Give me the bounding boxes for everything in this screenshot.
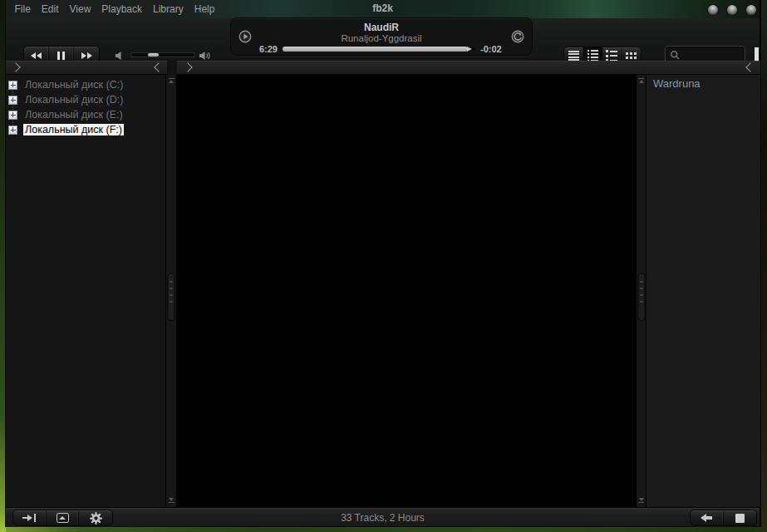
track-title: NaudiR bbox=[264, 22, 499, 33]
back-button[interactable] bbox=[691, 510, 724, 525]
menu-playback[interactable]: Playback bbox=[96, 3, 148, 15]
menu-file[interactable]: File bbox=[9, 3, 36, 15]
wallpaper-right-strip bbox=[760, 0, 767, 532]
status-summary: 33 Tracks, 2 Hours bbox=[6, 512, 760, 524]
tree-item-label[interactable]: Локальный диск (F:) bbox=[23, 124, 124, 135]
back-arrow-icon bbox=[701, 514, 712, 522]
playlist-view[interactable] bbox=[177, 75, 636, 507]
stop-icon bbox=[735, 514, 745, 523]
window-controls bbox=[708, 5, 756, 15]
menubar: File Edit View Playback Library Help bbox=[9, 0, 220, 18]
menu-help[interactable]: Help bbox=[189, 3, 220, 15]
scroll-down-icon[interactable] bbox=[166, 498, 176, 503]
next-icon bbox=[81, 52, 92, 59]
wallpaper-left-strip bbox=[0, 0, 6, 532]
grid-view-icon bbox=[626, 52, 637, 59]
chevron-left-icon[interactable] bbox=[745, 62, 755, 71]
track-subtitle: Runaljod-Yggdrasil bbox=[264, 33, 499, 43]
tree-item-label[interactable]: Локальный диск (D:) bbox=[23, 94, 125, 106]
stop-button[interactable] bbox=[724, 510, 757, 525]
tree-item-label[interactable]: Локальный диск (E:) bbox=[23, 109, 125, 121]
list-view-icon bbox=[568, 51, 579, 62]
splitter-grip[interactable] bbox=[637, 273, 645, 321]
seek-thumb[interactable] bbox=[467, 47, 472, 52]
expand-plus-icon[interactable] bbox=[8, 126, 17, 135]
status-bar: 33 Tracks, 2 Hours bbox=[6, 507, 760, 526]
tree-row[interactable]: Локальный диск (E:) bbox=[6, 107, 165, 122]
elapsed-time: 6:29 bbox=[249, 44, 278, 54]
artist-list-item[interactable]: Wardruna bbox=[647, 75, 760, 92]
folder-tree-panel: Локальный диск (C:) Локальный диск (D:) … bbox=[6, 75, 165, 507]
chevron-right-icon[interactable] bbox=[183, 62, 192, 71]
seek-fill bbox=[283, 47, 468, 52]
menu-view[interactable]: View bbox=[64, 3, 96, 15]
scroll-up-icon[interactable] bbox=[637, 78, 646, 83]
tree-item-label[interactable]: Локальный диск (C:) bbox=[23, 79, 125, 91]
maximize-button[interactable] bbox=[727, 5, 737, 15]
chevron-right-icon[interactable] bbox=[11, 62, 20, 71]
tree-row[interactable]: Локальный диск (C:) bbox=[6, 77, 165, 92]
pause-icon bbox=[57, 52, 65, 60]
wallpaper-bottom-strip bbox=[6, 525, 760, 532]
volume-slider[interactable] bbox=[130, 52, 195, 57]
scroll-down-icon[interactable] bbox=[637, 498, 646, 503]
menu-library[interactable]: Library bbox=[148, 3, 189, 15]
chevron-left-icon[interactable] bbox=[154, 62, 163, 71]
expand-plus-icon[interactable] bbox=[8, 96, 17, 105]
toolbar: NaudiR Runaljod-Yggdrasil 6:29 -0 bbox=[6, 18, 760, 61]
tree-row[interactable]: Локальный диск (F:) bbox=[6, 122, 165, 137]
expand-plus-icon[interactable] bbox=[8, 81, 17, 90]
search-icon bbox=[670, 50, 681, 61]
seek-bar[interactable] bbox=[283, 47, 475, 52]
artist-panel: Wardruna bbox=[647, 75, 760, 507]
desktop: File Edit View Playback Library Help fb2… bbox=[0, 0, 767, 532]
titlebar: File Edit View Playback Library Help fb2… bbox=[6, 0, 760, 18]
fb2k-window: File Edit View Playback Library Help fb2… bbox=[6, 0, 760, 526]
minimize-button[interactable] bbox=[708, 5, 718, 15]
left-scrollbar[interactable] bbox=[165, 75, 177, 507]
menu-edit[interactable]: Edit bbox=[36, 3, 64, 15]
close-button[interactable] bbox=[746, 5, 756, 15]
left-panel-header bbox=[6, 61, 167, 75]
previous-icon bbox=[31, 52, 42, 59]
expand-plus-icon[interactable] bbox=[8, 111, 17, 120]
remaining-time: -0:02 bbox=[480, 44, 502, 54]
scroll-up-icon[interactable] bbox=[166, 78, 176, 83]
search-input[interactable] bbox=[684, 50, 742, 62]
undo-circle-icon[interactable] bbox=[511, 30, 524, 47]
now-playing-panel: NaudiR Runaljod-Yggdrasil 6:29 -0 bbox=[230, 17, 533, 56]
main-panel-header bbox=[177, 61, 760, 75]
status-right-buttons bbox=[690, 510, 757, 526]
volume-thumb[interactable] bbox=[148, 53, 159, 57]
splitter-grip[interactable] bbox=[168, 273, 175, 321]
right-scrollbar[interactable] bbox=[636, 75, 647, 507]
compact-list-view-icon bbox=[606, 50, 617, 62]
tree-row[interactable]: Локальный диск (D:) bbox=[6, 92, 165, 107]
